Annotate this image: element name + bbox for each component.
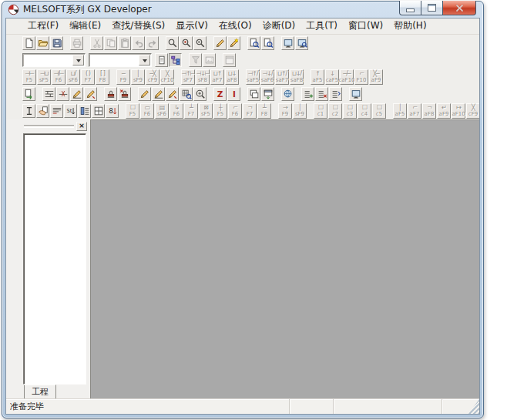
grid-display-button[interactable] (92, 104, 105, 118)
close-button[interactable] (442, 1, 476, 15)
sfc-selection-branch-button[interactable]: ⌐F6 (228, 103, 242, 119)
dock-grip[interactable] (24, 125, 74, 128)
save-project-button[interactable] (50, 36, 63, 50)
window-new-view-button[interactable] (261, 87, 274, 101)
program-select-combo-dropdown-button[interactable] (72, 55, 84, 66)
falling-pulse-close-button[interactable]: ⊣↓/saF6 (260, 69, 274, 85)
cut-button[interactable] (90, 36, 103, 50)
delete-line-button[interactable]: ╳─aF9 (369, 69, 383, 85)
menu-item-online[interactable]: 在线(O) (213, 18, 257, 35)
find-device-button[interactable] (166, 36, 179, 50)
sfc-macro-step-button[interactable]: ▤sF6 (155, 103, 169, 119)
trace-delete-button[interactable] (84, 87, 97, 101)
application-instruction-button[interactable]: [ ]F8 (96, 69, 109, 85)
sort-i-button[interactable]: I (227, 87, 240, 101)
online-program-find-button[interactable] (281, 87, 294, 101)
program-zoom-button[interactable] (193, 87, 206, 101)
wire-connect-button[interactable] (42, 87, 55, 101)
menu-item-help[interactable]: 帮助(H) (388, 18, 431, 35)
wire-disconnect-button[interactable] (56, 87, 69, 101)
open-project-button[interactable] (36, 36, 49, 50)
closed-contact-button[interactable]: ⊣/⊢F6 (52, 69, 65, 85)
sfc-rule-merge-button[interactable]: ¬aF8 (422, 103, 436, 119)
rising-operation-button[interactable]: ↑aF5 (311, 69, 324, 85)
program-convert-button[interactable] (329, 87, 342, 101)
rising-pulse-branch-button[interactable]: ⊔↑aF7 (210, 69, 224, 85)
statement-edit-button[interactable] (152, 87, 165, 101)
program-transfer-button[interactable] (22, 87, 35, 101)
falling-pulse-branch-button[interactable]: ⊔↓aF8 (225, 69, 239, 85)
zoom-out-button[interactable] (261, 36, 274, 50)
monitor-mode-button[interactable] (281, 36, 294, 50)
minimize-button[interactable] (399, 1, 421, 15)
sfc-jump-button[interactable]: ↳F6 (170, 103, 183, 119)
statement-insert-button[interactable]: St (64, 104, 77, 118)
comment-display-button[interactable] (22, 104, 35, 118)
ladder-monitor-button[interactable] (349, 87, 362, 101)
open-contact-button[interactable]: ⊣⊢F5 (22, 69, 36, 85)
invert-operation-button[interactable]: ─/─caF10 (340, 69, 354, 85)
device-stamp-clear-button[interactable] (118, 87, 131, 101)
redo-button[interactable] (146, 36, 159, 50)
sfc-vertical-line-button[interactable]: │sF9 (293, 103, 307, 119)
sort-z-button[interactable]: Z (213, 87, 227, 101)
find-contact-coil-button[interactable] (193, 36, 206, 50)
project-tab[interactable]: 工程 (24, 385, 56, 398)
sfc-attribute-5-button[interactable]: ☐c5 (372, 103, 386, 119)
paste-button[interactable] (118, 36, 131, 50)
data-select-combo[interactable] (89, 53, 152, 67)
closed-branch-button[interactable]: ⊔/sF6 (66, 69, 80, 85)
parameter-filter-button[interactable] (189, 53, 202, 67)
sfc-transition-button[interactable]: ┼F5 (213, 103, 227, 119)
sfc-attribute-3-button[interactable]: ☐c3 (343, 103, 357, 119)
project-data-list-button[interactable] (169, 53, 182, 67)
menu-item-window[interactable]: 窗口(W) (343, 18, 388, 35)
sfc-rule-delete-button[interactable]: ╳cF9 (466, 103, 480, 119)
coil-button[interactable]: ( )F7 (81, 69, 95, 85)
sfc-parallel-branch-button[interactable]: ¬F7 (243, 103, 257, 119)
rising-close-branch-button[interactable]: ⊔↑/saF7 (275, 69, 289, 85)
menu-item-project[interactable]: 工程(F) (22, 18, 64, 35)
sfc-attribute-1-button[interactable]: ☐c1 (314, 103, 327, 119)
statement-display-button[interactable] (50, 104, 63, 118)
dock-close-button[interactable]: × (76, 122, 87, 131)
new-window-button[interactable] (155, 53, 168, 67)
new-project-button[interactable] (22, 36, 35, 50)
open-branch-button[interactable]: ⊣⊔sF5 (37, 69, 51, 85)
monitor-write-mode-button[interactable] (227, 36, 240, 50)
write-mode-button[interactable] (213, 36, 227, 50)
device-memory-button[interactable] (203, 53, 216, 67)
find-instruction-button[interactable] (180, 36, 193, 50)
rising-pulse-button[interactable]: ⊣↑⊢sF7 (181, 69, 195, 85)
device-grid-find-button[interactable] (180, 87, 193, 101)
copy-button[interactable] (104, 36, 117, 50)
sfc-rule-extend-button[interactable]: ↦aF10 (452, 103, 465, 119)
sfc-attribute-4-button[interactable]: ☐c4 (358, 103, 371, 119)
print-button[interactable] (70, 36, 83, 50)
project-tree[interactable] (23, 133, 86, 385)
sfc-end-step-button[interactable]: ┴F7 (184, 103, 198, 119)
falling-pulse-button[interactable]: ⊣↓⊢sF8 (196, 69, 210, 85)
delete-horizontal-line-button[interactable]: ─╳cF9 (146, 69, 159, 85)
sfc-dummy-step-button[interactable]: ⊠sF5 (199, 103, 213, 119)
data-select-combo-dropdown-button[interactable] (139, 55, 150, 66)
device-sort-button[interactable]: 8 (106, 104, 119, 118)
falling-close-branch-button[interactable]: ⊔↓/saF8 (290, 69, 304, 85)
stamp-display-button[interactable] (36, 104, 49, 118)
zoom-in-button[interactable] (247, 36, 260, 50)
menu-item-tools[interactable]: 工具(T) (301, 18, 343, 35)
maximize-button[interactable] (421, 1, 442, 15)
sfc-rule-return-button[interactable]: ↵aF9 (437, 103, 451, 119)
note-edit-button[interactable] (166, 87, 179, 101)
horizontal-line-button[interactable]: ─F9 (116, 69, 130, 85)
vertical-line-button[interactable]: │sF9 (131, 69, 145, 85)
menu-item-diagnostics[interactable]: 诊断(D) (257, 18, 301, 35)
menu-item-edit[interactable]: 编辑(E) (64, 18, 106, 35)
sfc-attribute-2-button[interactable]: ☐c2 (328, 103, 342, 119)
sfc-merge-button[interactable]: ┴F8 (257, 103, 271, 119)
sfc-rule-vertical-button[interactable]: │aF5 (393, 103, 407, 119)
window-cascade-button[interactable] (247, 87, 260, 101)
monitor-find-button[interactable] (295, 36, 308, 50)
delete-vertical-line-button[interactable]: ╳cF10 (160, 69, 174, 85)
macro-dialog-button[interactable] (223, 53, 236, 67)
